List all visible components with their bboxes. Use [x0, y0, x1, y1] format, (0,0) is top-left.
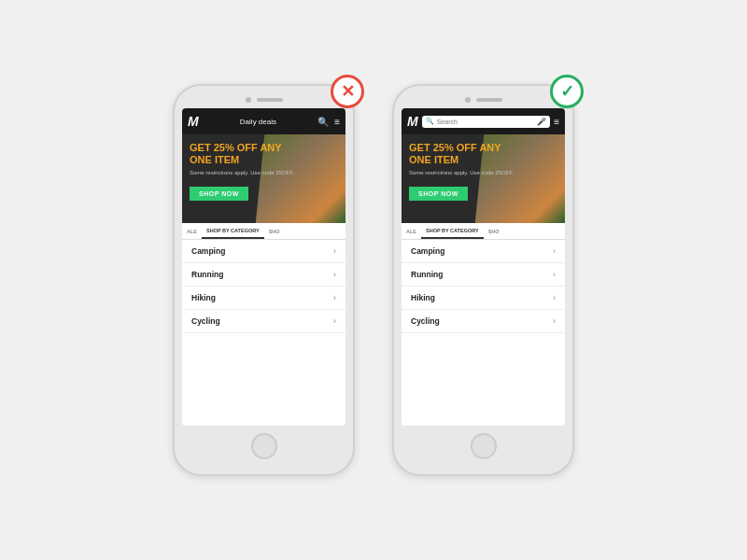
category-label: Running	[411, 270, 443, 279]
phone-bad-logo: M	[188, 114, 199, 129]
phone-bad-home-button[interactable]	[251, 433, 277, 459]
phone-good-menu-icon[interactable]: ≡	[554, 117, 559, 127]
list-item[interactable]: Camping ›	[402, 240, 565, 263]
list-item[interactable]: Cycling ›	[402, 310, 565, 333]
phone-bad-menu-icon[interactable]: ≡	[334, 117, 340, 127]
phone-bad-screen: M Daily deals 🔍 ≡ GET 25% OFF ANY ONE IT…	[182, 108, 345, 426]
mic-icon[interactable]: 🎤	[537, 118, 546, 126]
phone-bad-speaker	[257, 98, 283, 102]
phone-bad-catbar-category[interactable]: SHOP BY CATEGORY	[202, 224, 264, 239]
phone-bad-hero-content: GET 25% OFF ANY ONE ITEM Some restrictio…	[190, 142, 338, 201]
phone-good-app-header: M 🔍 🎤 ≡	[402, 108, 565, 134]
phone-good: M 🔍 🎤 ≡ GET 25% OFF ANY ONE ITEM	[392, 84, 574, 476]
list-item[interactable]: Running ›	[402, 263, 565, 287]
list-item[interactable]: Camping ›	[182, 240, 345, 263]
phone-good-bottom	[402, 433, 565, 459]
list-item[interactable]: Running ›	[182, 263, 345, 287]
comparison-container: ✕ M Daily deals 🔍 ≡	[173, 84, 574, 476]
good-badge: ✓	[550, 75, 584, 108]
phone-bad-app-header: M Daily deals 🔍 ≡	[182, 108, 345, 134]
phone-good-catbar-sho[interactable]: SHO	[484, 225, 504, 238]
bad-badge-symbol: ✕	[341, 81, 355, 102]
list-item[interactable]: Cycling ›	[182, 310, 345, 333]
phone-bad-category-bar: ALE SHOP BY CATEGORY SHO	[182, 223, 345, 240]
search-input[interactable]	[437, 119, 534, 125]
phone-good-wrapper: ✓ M 🔍 🎤 ≡	[392, 84, 574, 476]
chevron-right-icon: ›	[333, 270, 336, 279]
category-label: Hiking	[191, 293, 216, 302]
phone-good-camera	[465, 97, 471, 103]
bad-badge: ✕	[331, 75, 364, 108]
good-badge-symbol: ✓	[560, 81, 574, 102]
phone-good-category-bar: ALE SHOP BY CATEGORY SHO	[402, 223, 565, 240]
category-label: Cycling	[411, 316, 440, 326]
phone-good-category-list: Camping › Running › Hiking › Cycling ›	[402, 240, 565, 426]
phone-bad-hero-title: GET 25% OFF ANY ONE ITEM	[190, 142, 338, 166]
list-item[interactable]: Hiking ›	[182, 287, 345, 310]
phone-good-search-bar[interactable]: 🔍 🎤	[422, 116, 550, 128]
chevron-right-icon: ›	[553, 293, 556, 302]
phone-good-speaker	[476, 98, 502, 102]
phone-bad-catbar-sale[interactable]: ALE	[182, 225, 202, 238]
chevron-right-icon: ›	[333, 316, 336, 326]
phone-good-top-bar	[402, 97, 565, 103]
list-item[interactable]: Hiking ›	[402, 287, 565, 310]
chevron-right-icon: ›	[553, 246, 556, 256]
phone-bad-camera	[246, 97, 251, 103]
phone-good-catbar-category[interactable]: SHOP BY CATEGORY	[421, 224, 484, 239]
phone-good-hero-subtitle: Some restrictions apply. Use code 25OFF.	[409, 170, 557, 177]
phone-good-shop-now-button[interactable]: SHOP NOW	[409, 187, 468, 201]
phone-good-home-button[interactable]	[471, 433, 497, 459]
phone-good-hero-content: GET 25% OFF ANY ONE ITEM Some restrictio…	[409, 142, 557, 201]
category-label: Camping	[191, 246, 225, 256]
phone-bad-wrapper: ✕ M Daily deals 🔍 ≡	[173, 84, 355, 476]
phone-good-logo: M	[407, 114, 418, 129]
category-label: Camping	[411, 246, 444, 256]
chevron-right-icon: ›	[553, 316, 556, 326]
phone-bad-daily-deals[interactable]: Daily deals	[203, 118, 314, 126]
phone-bad-top-bar	[182, 97, 345, 103]
category-label: Hiking	[411, 293, 435, 302]
phone-good-catbar-sale[interactable]: ALE	[402, 225, 421, 238]
phone-bad-shop-now-button[interactable]: SHOP NOW	[190, 187, 248, 201]
chevron-right-icon: ›	[333, 293, 336, 302]
chevron-right-icon: ›	[333, 246, 336, 256]
search-icon: 🔍	[426, 118, 434, 125]
phone-good-hero-title: GET 25% OFF ANY ONE ITEM	[409, 142, 557, 166]
phone-bad: M Daily deals 🔍 ≡ GET 25% OFF ANY ONE IT…	[173, 84, 355, 476]
category-label: Cycling	[191, 316, 220, 326]
phone-bad-bottom	[182, 433, 345, 459]
phone-bad-category-list: Camping › Running › Hiking › Cycling ›	[182, 240, 345, 426]
category-label: Running	[191, 270, 223, 279]
phone-bad-hero: GET 25% OFF ANY ONE ITEM Some restrictio…	[182, 134, 345, 223]
chevron-right-icon: ›	[553, 270, 556, 279]
phone-bad-catbar-sho[interactable]: SHO	[264, 225, 285, 238]
phone-bad-search-icon[interactable]: 🔍	[317, 117, 329, 127]
phone-bad-hero-subtitle: Some restrictions apply. Use code 25OFF.	[190, 170, 338, 177]
phone-good-hero: GET 25% OFF ANY ONE ITEM Some restrictio…	[402, 134, 565, 223]
phone-good-screen: M 🔍 🎤 ≡ GET 25% OFF ANY ONE ITEM	[402, 108, 565, 426]
